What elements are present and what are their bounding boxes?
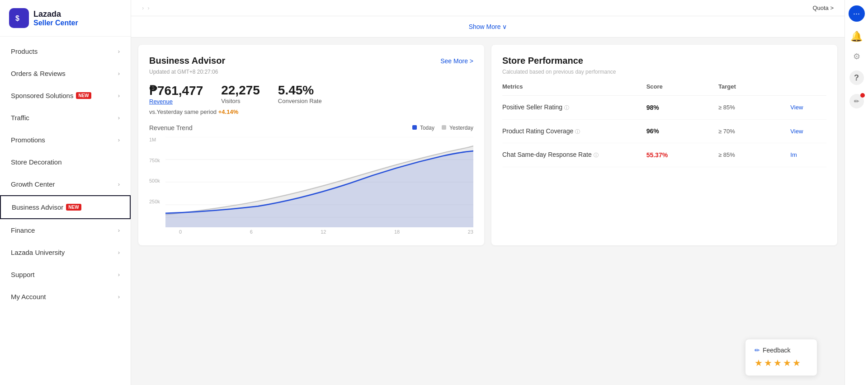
sidebar-item-promotions[interactable]: Promotions› [0,129,131,151]
chevron-icon-lazada-university: › [118,249,120,256]
metric-target-2: ≥ 85% [718,151,790,158]
logo-text: Lazada Seller Center [33,9,78,27]
chart-legend: Today Yesterday [412,125,473,131]
brand-subtitle: Seller Center [33,19,78,27]
sidebar-item-store-decoration[interactable]: Store Decoration [0,151,131,173]
vs-yesterday: vs.Yesterday same period +4.14% [149,108,473,115]
sidebar-item-my-account[interactable]: My Account› [0,286,131,308]
chevron-icon-my-account: › [118,293,120,300]
legend-yesterday: Yesterday [442,125,473,131]
gear-icon[interactable]: ⚙ [853,52,860,61]
sidebar-item-label-business-advisor: Business Advisor [12,203,63,211]
sidebar-logo: $ Lazada Seller Center [0,0,131,37]
alert-icon[interactable]: ✏ [849,94,864,108]
metric-action-2[interactable]: Im [790,151,826,158]
change-value: +4.14% [218,108,238,115]
revenue-value: ₱761,477 [149,83,203,98]
info-icon-2[interactable]: ⓘ [594,152,599,158]
chevron-icon-traffic: › [118,114,120,121]
metric-name-1: Product Rating Coverage ⓘ [502,127,646,136]
show-more-bar: Show More ∨ [131,16,844,38]
legend-today: Today [412,125,434,131]
col-metrics: Metrics [502,83,646,90]
metric-score-0: 98% [646,104,718,111]
sidebar-item-growth-center[interactable]: Growth Center› [0,173,131,195]
badge-new-business-advisor: New [66,204,81,211]
performance-title: Store Performance [502,56,583,66]
metric-score-1: 96% [646,127,718,135]
sidebar-item-label-sponsored-solutions: Sponsored Solutions [11,92,73,99]
visitors-label: Visitors [221,98,260,104]
today-dot [412,125,417,130]
main-content: › › Quota > Show More ∨ Business Advisor… [131,0,844,385]
logo-icon: $ [9,8,29,28]
chevron-icon-orders-reviews: › [118,70,120,77]
business-advisor-header: Business Advisor See More > [149,56,473,66]
metrics-row: ₱761,477 Revenue 22,275 Visitors 5.45% C… [149,83,473,105]
breadcrumb: › › [142,5,150,11]
revenue-label[interactable]: Revenue [149,98,203,105]
metric-action-1[interactable]: View [790,128,826,135]
dashboard-row: Business Advisor See More > Updated at G… [131,45,844,253]
performance-row-0: Positive Seller Rating ⓘ98%≥ 85%View [502,96,826,120]
metric-action-0[interactable]: View [790,104,826,111]
svg-text:$: $ [15,14,19,22]
revenue-chart [165,137,473,227]
chart-title: Revenue Trend [149,124,193,131]
breadcrumb-chevron-2: › [147,5,149,11]
sidebar-item-label-lazada-university: Lazada University [11,249,65,256]
sidebar-item-label-traffic: Traffic [11,114,29,122]
feedback-title: ✏ Feedback [755,347,808,354]
chevron-icon-sponsored-solutions: › [118,92,120,99]
right-sidebar: ··· 🔔 ⚙ ? ✏ [844,0,868,385]
top-bar: › › Quota > [131,0,844,16]
quota-link[interactable]: Quota > [812,5,834,11]
sidebar-item-support[interactable]: Support› [0,263,131,286]
show-more-button[interactable]: Show More ∨ [469,23,507,30]
performance-subtitle: Calculated based on previous day perform… [502,69,826,75]
info-icon-1[interactable]: ⓘ [575,129,580,134]
sidebar-item-label-store-decoration: Store Decoration [11,158,62,166]
sidebar-item-traffic[interactable]: Traffic› [0,107,131,129]
info-icon-0[interactable]: ⓘ [564,105,569,110]
performance-header: Store Performance [502,56,826,66]
sidebar-item-lazada-university[interactable]: Lazada University› [0,241,131,263]
metric-target-0: ≥ 85% [718,104,790,111]
see-more-link[interactable]: See More > [440,57,473,65]
bell-icon[interactable]: 🔔 [850,31,863,42]
performance-table-header: Metrics Score Target [502,83,826,96]
metric-score-2: 55.37% [646,151,718,159]
sidebar-item-label-orders-reviews: Orders & Reviews [11,70,66,77]
feedback-stars[interactable]: ★ ★ ★ ★ ★ [755,357,808,368]
sidebar-item-label-growth-center: Growth Center [11,180,55,188]
sidebar-item-sponsored-solutions[interactable]: Sponsored SolutionsNew› [0,85,131,107]
sidebar-item-label-support: Support [11,271,35,278]
sidebar-item-label-promotions: Promotions [11,136,45,144]
business-advisor-title: Business Advisor [149,56,225,66]
sidebar-navigation: Products›Orders & Reviews›Sponsored Solu… [0,37,131,385]
sidebar-item-business-advisor[interactable]: Business AdvisorNew [0,195,131,219]
revenue-metric: ₱761,477 Revenue [149,83,203,105]
chat-icon[interactable]: ··· [849,5,865,22]
conversion-metric: 5.45% Conversion Rate [278,83,322,105]
business-advisor-card: Business Advisor See More > Updated at G… [138,45,484,245]
sidebar-item-products[interactable]: Products› [0,40,131,62]
performance-row-2: Chat Same-day Response Rate ⓘ55.37%≥ 85%… [502,143,826,167]
yesterday-dot [442,125,446,130]
conversion-label: Conversion Rate [278,98,322,104]
feedback-panel: ✏ Feedback ★ ★ ★ ★ ★ [745,339,817,376]
chevron-icon-promotions: › [118,136,120,143]
metric-target-1: ≥ 70% [718,128,790,135]
metric-name-2: Chat Same-day Response Rate ⓘ [502,150,646,160]
chart-header: Revenue Trend Today Yesterday [149,124,473,131]
x-axis-labels: 0 6 12 18 23 [165,227,473,235]
help-icon[interactable]: ? [849,70,864,85]
chevron-icon-growth-center: › [118,181,120,188]
sidebar-item-label-finance: Finance [11,226,35,234]
sidebar-item-finance[interactable]: Finance› [0,219,131,241]
sidebar-item-orders-reviews[interactable]: Orders & Reviews› [0,62,131,85]
visitors-value: 22,275 [221,83,260,98]
store-performance-card: Store Performance Calculated based on pr… [491,45,837,245]
col-target: Target [718,83,790,90]
breadcrumb-chevron-1: › [142,5,144,11]
